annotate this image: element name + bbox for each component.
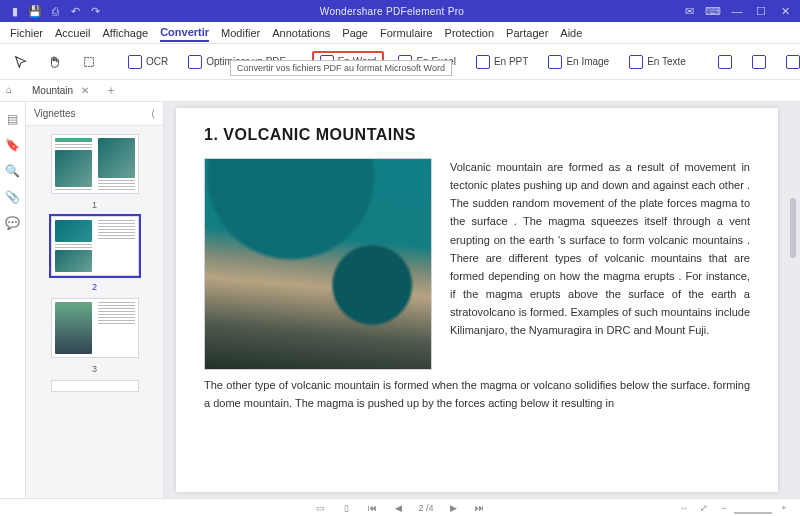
- document-tab[interactable]: Mountain ✕: [26, 85, 95, 96]
- menu-aide[interactable]: Aide: [560, 27, 582, 39]
- titlebar-right-icons: ✉ ⌨ — ☐ ✕: [682, 5, 796, 18]
- mail-icon[interactable]: ✉: [682, 5, 696, 18]
- menu-fichier[interactable]: Fichier: [10, 27, 43, 39]
- pdf-page: 1. VOLCANIC MOUNTAINS Volcanic mountain …: [176, 108, 778, 492]
- select-tool-button[interactable]: [76, 52, 102, 72]
- menu-formulaire[interactable]: Formulaire: [380, 27, 433, 39]
- view-mode-2-icon[interactable]: ▯: [340, 502, 352, 514]
- fit-page-icon[interactable]: ⤢: [698, 502, 710, 514]
- minimize-icon[interactable]: —: [730, 5, 744, 17]
- convert-extra-3-button[interactable]: [780, 52, 800, 72]
- menu-page[interactable]: Page: [342, 27, 368, 39]
- page-viewport[interactable]: 1. VOLCANIC MOUNTAINS Volcanic mountain …: [164, 102, 800, 498]
- view-mode-1-icon[interactable]: ▭: [314, 502, 326, 514]
- tooltip: Convertir vos fichiers PDF au format Mic…: [230, 60, 452, 76]
- undo-icon[interactable]: ↶: [68, 4, 82, 18]
- thumbnail-page-2[interactable]: [51, 216, 139, 276]
- panel-collapse-icon[interactable]: ⟨: [151, 108, 155, 119]
- bookmarks-rail-icon[interactable]: 🔖: [5, 138, 20, 152]
- titlebar-quick-icons: ▮ 💾 ⎙ ↶ ↷: [4, 4, 102, 18]
- print-icon[interactable]: ⎙: [48, 4, 62, 18]
- vertical-scrollbar[interactable]: [788, 108, 798, 492]
- status-bar: ▭ ▯ ⏮ ◀ 2 /4 ▶ ⏭ ↔ ⤢ − +: [0, 498, 800, 516]
- document-image: [204, 158, 432, 370]
- new-tab-button[interactable]: ＋: [105, 82, 117, 99]
- ocr-button[interactable]: OCR: [122, 52, 174, 72]
- thumbnail-page-1[interactable]: [51, 134, 139, 194]
- thumbnail-label-3: 3: [92, 364, 97, 374]
- to-image-button[interactable]: En Image: [542, 52, 615, 72]
- search-rail-icon[interactable]: 🔍: [5, 164, 20, 178]
- menu-protection[interactable]: Protection: [445, 27, 495, 39]
- menu-affichage[interactable]: Affichage: [102, 27, 148, 39]
- left-rail: ▤ 🔖 🔍 📎 💬: [0, 102, 26, 498]
- menu-modifier[interactable]: Modifier: [221, 27, 260, 39]
- svg-rect-0: [85, 57, 94, 66]
- zoom-slider[interactable]: [734, 502, 772, 514]
- hand-tool-button[interactable]: [42, 52, 68, 72]
- zoom-out-icon[interactable]: −: [718, 502, 730, 514]
- menu-bar: Fichier Accueil Affichage Convertir Modi…: [0, 22, 800, 44]
- fit-width-icon[interactable]: ↔: [678, 502, 690, 514]
- cursor-tool-button[interactable]: [8, 52, 34, 72]
- document-tab-label: Mountain: [32, 85, 73, 96]
- save-icon[interactable]: 💾: [28, 4, 42, 18]
- convert-extra-2-button[interactable]: [746, 52, 772, 72]
- menu-partager[interactable]: Partager: [506, 27, 548, 39]
- thumbnails-panel: Vignettes ⟨ 1 2 3: [26, 102, 164, 498]
- thumbnail-page-3[interactable]: [51, 298, 139, 358]
- redo-icon[interactable]: ↷: [88, 4, 102, 18]
- menu-accueil[interactable]: Accueil: [55, 27, 90, 39]
- last-page-icon[interactable]: ⏭: [474, 502, 486, 514]
- to-text-button[interactable]: En Texte: [623, 52, 692, 72]
- page-heading: 1. VOLCANIC MOUNTAINS: [204, 126, 750, 144]
- document-below-text: The other type of volcanic mountain is f…: [204, 376, 750, 412]
- comments-rail-icon[interactable]: 💬: [5, 216, 20, 230]
- thumbnail-label-2: 2: [92, 282, 97, 292]
- thumbnails-rail-icon[interactable]: ▤: [7, 112, 18, 126]
- first-page-icon[interactable]: ⏮: [366, 502, 378, 514]
- thumbnail-label-1: 1: [92, 200, 97, 210]
- thumbnails-list: 1 2 3: [26, 126, 163, 498]
- prev-page-icon[interactable]: ◀: [392, 502, 404, 514]
- to-text-label: En Texte: [647, 56, 686, 67]
- menu-convertir[interactable]: Convertir: [160, 26, 209, 42]
- scrollbar-thumb[interactable]: [790, 198, 796, 258]
- thumbnail-page-4-partial[interactable]: [51, 380, 139, 392]
- convert-extra-1-button[interactable]: [712, 52, 738, 72]
- ocr-label: OCR: [146, 56, 168, 67]
- thumbnails-panel-title: Vignettes: [34, 108, 76, 119]
- keyboard-icon[interactable]: ⌨: [706, 5, 720, 18]
- app-logo-icon: ▮: [8, 4, 22, 18]
- window-title: Wondershare PDFelement Pro: [102, 6, 682, 17]
- home-tab-icon[interactable]: ⌂: [6, 84, 20, 98]
- maximize-icon[interactable]: ☐: [754, 5, 768, 18]
- to-image-label: En Image: [566, 56, 609, 67]
- menu-annotations[interactable]: Annotations: [272, 27, 330, 39]
- main-area: ▤ 🔖 🔍 📎 💬 Vignettes ⟨ 1 2 3: [0, 102, 800, 498]
- zoom-in-icon[interactable]: +: [778, 502, 790, 514]
- close-window-icon[interactable]: ✕: [778, 5, 792, 18]
- document-column-text: Volcanic mountain are formed as a result…: [450, 158, 750, 370]
- thumbnails-panel-header: Vignettes ⟨: [26, 102, 163, 126]
- page-indicator: 2 /4: [418, 503, 433, 513]
- attachments-rail-icon[interactable]: 📎: [5, 190, 20, 204]
- to-ppt-label: En PPT: [494, 56, 528, 67]
- document-tab-bar: ⌂ Mountain ✕ ＋: [0, 80, 800, 102]
- to-ppt-button[interactable]: En PPT: [470, 52, 534, 72]
- next-page-icon[interactable]: ▶: [448, 502, 460, 514]
- close-tab-icon[interactable]: ✕: [81, 85, 89, 96]
- title-bar: ▮ 💾 ⎙ ↶ ↷ Wondershare PDFelement Pro ✉ ⌨…: [0, 0, 800, 22]
